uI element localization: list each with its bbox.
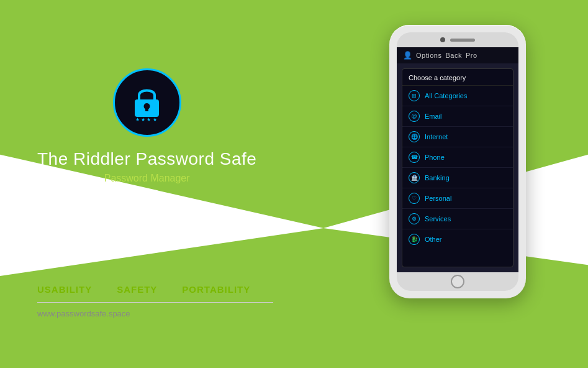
pro-label[interactable]: Pro: [466, 52, 477, 59]
phone-outer-shell: 👤 Options Back Pro Choose a category ⊞ A…: [389, 25, 526, 298]
phone-label: Phone: [425, 154, 445, 161]
banking-label: Banking: [425, 174, 450, 182]
personal-label: Personal: [425, 195, 451, 202]
divider: [37, 302, 273, 303]
lock-icon: ★ ★ ★ ★: [127, 83, 167, 123]
phone-camera: [440, 37, 445, 42]
other-label: Other: [425, 236, 442, 243]
svg-rect-2: [145, 106, 148, 111]
phone-mockup: 👤 Options Back Pro Choose a category ⊞ A…: [389, 25, 526, 298]
banking-icon: 🏦: [409, 172, 420, 183]
personal-icon: ♡: [409, 193, 420, 204]
phone-icon: ☎: [409, 152, 420, 163]
other-icon: 🐉: [409, 234, 420, 245]
category-item-banking[interactable]: 🏦 Banking: [402, 168, 513, 188]
app-subtitle: Password Manager: [37, 173, 256, 184]
category-item-personal[interactable]: ♡ Personal: [402, 188, 513, 209]
email-icon: @: [409, 111, 420, 122]
category-item-phone[interactable]: ☎ Phone: [402, 147, 513, 168]
category-item-services[interactable]: ⚙ Services: [402, 209, 513, 229]
phone-top-bar: [397, 32, 518, 47]
category-item-internet[interactable]: 🌐 Internet: [402, 127, 513, 147]
services-label: Services: [425, 215, 451, 223]
app-title: The Riddler Password Safe: [37, 149, 256, 169]
phone-bottom-bar: [397, 272, 518, 291]
phone-speaker: [450, 39, 475, 42]
options-label[interactable]: Options: [416, 52, 441, 59]
category-heading: Choose a category: [402, 69, 513, 86]
internet-label: Internet: [425, 133, 448, 140]
internet-icon: 🌐: [409, 131, 420, 142]
app-screen: 👤 Options Back Pro Choose a category ⊞ A…: [397, 47, 518, 272]
usability-label: USABILITY: [37, 284, 92, 295]
portability-label: PORTABILITY: [182, 284, 250, 295]
website-url: www.passwordsafe.space: [37, 309, 298, 318]
category-item-email[interactable]: @ Email: [402, 106, 513, 127]
home-button[interactable]: [451, 275, 464, 288]
bottom-labels-area: USABILITY SAFETY PORTABILITY www.passwor…: [37, 284, 298, 318]
category-item-other[interactable]: 🐉 Other: [402, 229, 513, 249]
menu-icon: 👤: [403, 51, 412, 60]
back-label[interactable]: Back: [445, 52, 461, 59]
category-panel: Choose a category ⊞ All Categories @ Ema…: [402, 68, 513, 267]
grid-icon: ⊞: [409, 90, 420, 101]
app-topbar: 👤 Options Back Pro: [397, 47, 518, 63]
left-content-area: ★ ★ ★ ★ The Riddler Password Safe Passwo…: [37, 68, 256, 184]
all-categories-label: All Categories: [425, 92, 467, 99]
app-logo-circle: ★ ★ ★ ★: [113, 68, 181, 137]
phone-inner-screen: 👤 Options Back Pro Choose a category ⊞ A…: [397, 32, 518, 291]
safety-label: SAFETY: [117, 284, 157, 295]
label-row: USABILITY SAFETY PORTABILITY: [37, 284, 298, 295]
services-icon: ⚙: [409, 213, 420, 224]
svg-text:★ ★ ★ ★: ★ ★ ★ ★: [135, 117, 157, 122]
category-item-all[interactable]: ⊞ All Categories: [402, 86, 513, 106]
email-label: Email: [425, 113, 442, 120]
